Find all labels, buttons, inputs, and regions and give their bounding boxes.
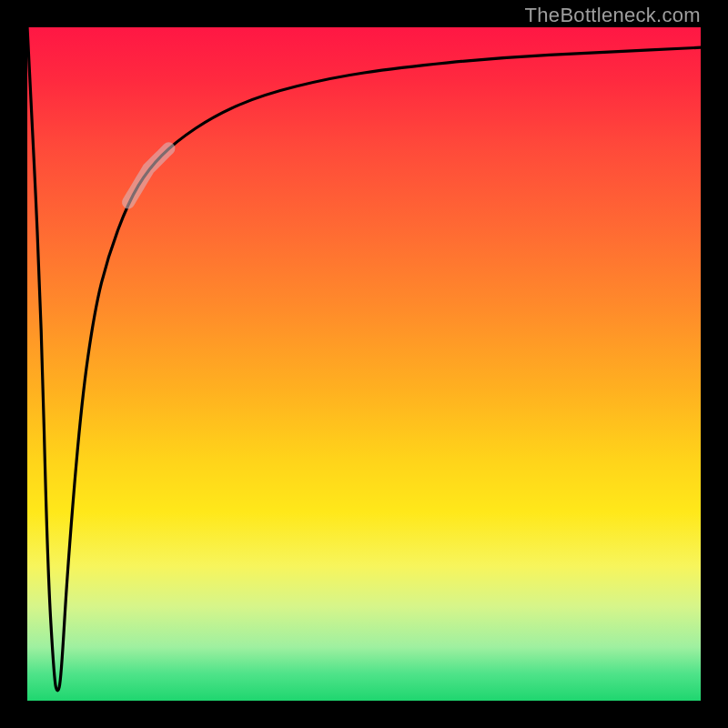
bottleneck-curve xyxy=(27,27,701,691)
curve-layer xyxy=(27,27,701,701)
plot-area xyxy=(27,27,701,701)
highlight-band xyxy=(128,148,168,202)
watermark-text: TheBottleneck.com xyxy=(525,4,701,27)
chart-frame: TheBottleneck.com xyxy=(0,0,728,728)
